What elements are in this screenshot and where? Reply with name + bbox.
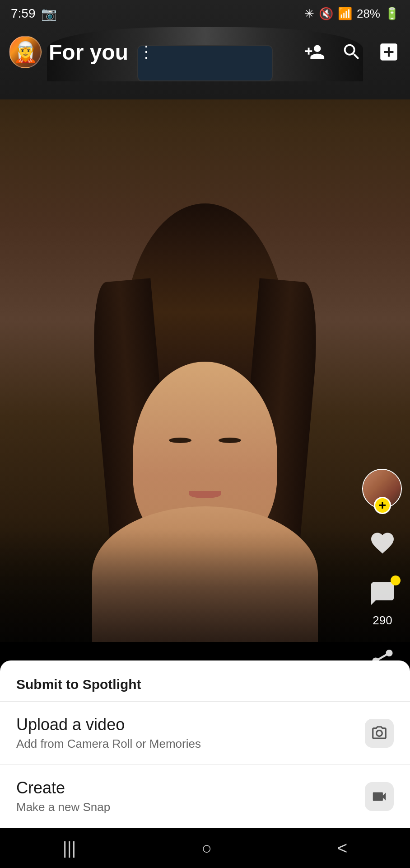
upload-video-icon: [365, 719, 394, 748]
like-button[interactable]: [365, 526, 400, 560]
right-actions: + 290: [362, 469, 403, 678]
comment-notification-dot: [391, 576, 401, 585]
add-friend-button[interactable]: [303, 40, 327, 64]
time-display: 7:59: [11, 6, 36, 21]
battery-icon: 🔋: [385, 7, 399, 21]
create-snap-item[interactable]: Create Make a new Snap: [0, 765, 410, 828]
video-background: [0, 0, 410, 642]
wifi-icon: 📶: [338, 7, 352, 21]
nav-home-icon[interactable]: ○: [201, 839, 212, 858]
page-title: For you: [49, 40, 128, 65]
creator-avatar-wrap[interactable]: +: [362, 469, 403, 509]
heart-icon: [369, 529, 396, 557]
create-snap-sub: Make a new Snap: [16, 800, 110, 814]
nav-right: [303, 40, 401, 64]
nav-left: 🧝 For you ⋮: [9, 36, 154, 68]
status-bar: 7:59 📷 ✳ 🔇 📶 28% 🔋: [0, 0, 410, 27]
bluetooth-icon: ✳: [304, 7, 314, 21]
upload-video-item[interactable]: Upload a video Add from Camera Roll or M…: [0, 702, 410, 765]
nav-menu-icon[interactable]: |||: [63, 839, 76, 858]
navigation-bar: ||| ○ <: [0, 828, 410, 868]
avatar[interactable]: 🧝: [9, 36, 42, 68]
upload-video-title: Upload a video: [16, 715, 201, 734]
mute-icon: 🔇: [319, 7, 333, 21]
heart-icon-wrap: [365, 526, 400, 560]
more-options-icon[interactable]: ⋮: [138, 42, 154, 61]
upload-video-sub: Add from Camera Roll or Memories: [16, 737, 201, 751]
status-right: ✳ 🔇 📶 28% 🔋: [304, 7, 399, 21]
top-navigation: 🧝 For you ⋮: [0, 27, 410, 77]
avatar-emoji: 🧝: [13, 40, 38, 64]
create-snap-left: Create Make a new Snap: [16, 778, 110, 814]
sheet-header: Submit to Spotlight: [0, 660, 410, 702]
camera-icon: 📷: [41, 6, 57, 21]
comment-count: 290: [373, 613, 392, 627]
nav-back-icon[interactable]: <: [337, 839, 347, 858]
bottom-sheet: Submit to Spotlight Upload a video Add f…: [0, 660, 410, 828]
upload-video-left: Upload a video Add from Camera Roll or M…: [16, 715, 201, 751]
sheet-title: Submit to Spotlight: [16, 677, 141, 692]
follow-plus-badge[interactable]: +: [374, 497, 391, 514]
battery-display: 28%: [357, 7, 380, 21]
status-left: 7:59 📷: [11, 6, 57, 21]
comment-button[interactable]: 290: [365, 576, 400, 627]
add-snap-button[interactable]: [377, 40, 401, 64]
create-snap-icon: [365, 782, 394, 811]
comment-icon-wrap: [365, 576, 400, 611]
create-snap-title: Create: [16, 778, 110, 797]
search-button[interactable]: [340, 40, 364, 64]
